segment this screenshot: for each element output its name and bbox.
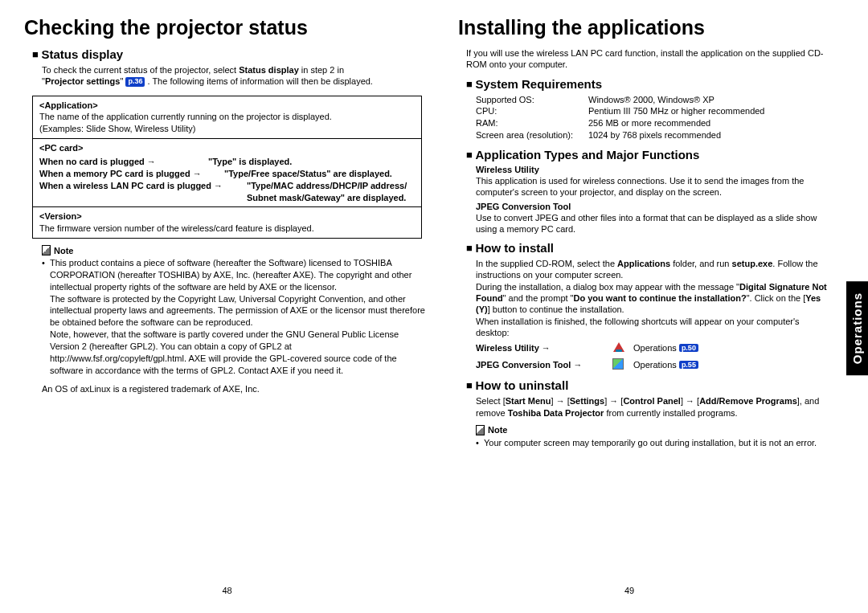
axlinux-footnote: An OS of axLinux is a registered tradema…	[42, 384, 430, 394]
install-p2: During the installation, a dialog box ma…	[476, 281, 828, 316]
shortcut-wireless-utility: Wireless Utility → Operations p.50	[476, 341, 828, 355]
status-intro-line2: "Projector settings" p.36 . The followin…	[42, 76, 430, 87]
shortcut-jpeg-tool: JPEG Conversion Tool → Operations p.55	[476, 358, 828, 372]
table-row-pccard: <PC card> When no card is plugged →"Type…	[33, 138, 421, 206]
sysreq-table: Supported OS:Windows® 2000, Windows® XP …	[476, 94, 828, 141]
page-ref-50: p.50	[679, 344, 698, 352]
wireless-utility-icon	[611, 341, 627, 355]
right-title: Installing the applications	[458, 16, 828, 39]
install-p3: When installation is finished, the follo…	[476, 316, 828, 339]
page-ref-55: p.55	[679, 361, 698, 369]
wireless-utility-subhead: Wireless Utility	[476, 165, 828, 174]
install-p1: In the supplied CD-ROM, select the Appli…	[476, 258, 828, 281]
sysreq-heading: System Requirements	[466, 77, 828, 91]
page-ref-36: p.36	[125, 77, 145, 87]
wireless-utility-body: This application is used for wireless co…	[476, 175, 828, 198]
table-row-version: <Version> The firmware version number of…	[33, 206, 421, 238]
how-to-install-heading: How to install	[466, 241, 828, 255]
uninstall-p1: Select [Start Menu] → [Settings] → [Cont…	[476, 395, 828, 419]
status-intro-line1: To check the current status of the proje…	[42, 64, 430, 76]
operations-side-tab: Operations	[846, 281, 868, 375]
jpeg-tool-body: Use to convert JPEG and other files into…	[476, 212, 828, 235]
left-page: Checking the projector status Status dis…	[24, 16, 430, 597]
page-number-left: 48	[222, 586, 231, 595]
right-intro: If you will use the wireless LAN PC card…	[466, 47, 828, 71]
status-display-heading: Status display	[32, 47, 430, 61]
left-title: Checking the projector status	[24, 16, 430, 39]
note-heading-right: Note	[476, 425, 828, 435]
table-row-application: <Application> The name of the applicatio…	[33, 96, 421, 139]
page-number-right: 49	[624, 586, 634, 595]
note-bullets-left: This product contains a piece of softwar…	[42, 257, 430, 376]
right-page: Installing the applications If you will …	[458, 16, 828, 597]
status-info-table: <Application> The name of the applicatio…	[32, 96, 422, 239]
apptypes-heading: Application Types and Major Functions	[466, 148, 828, 161]
jpeg-tool-icon	[611, 358, 627, 372]
how-to-uninstall-heading: How to uninstall	[466, 378, 828, 392]
note-bullets-right: Your computer screen may temporarily go …	[476, 437, 828, 449]
note-heading-left: Note	[42, 245, 430, 255]
jpeg-tool-subhead: JPEG Conversion Tool	[476, 202, 828, 211]
